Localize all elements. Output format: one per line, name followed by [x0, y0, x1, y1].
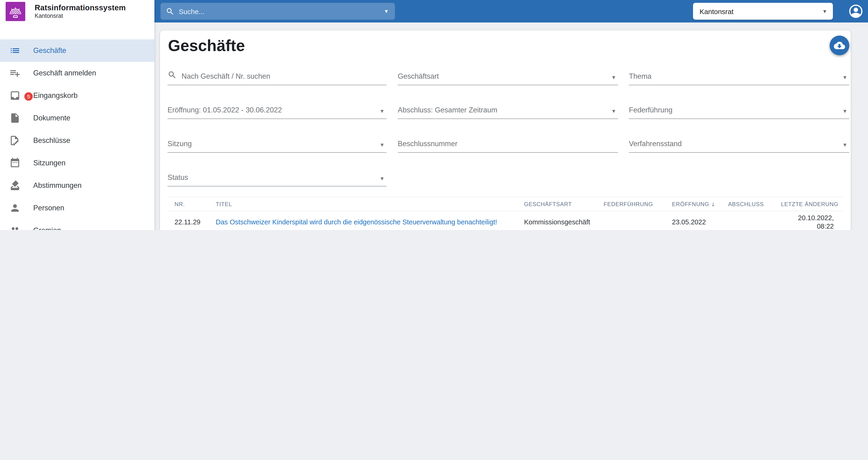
group-icon [9, 225, 21, 230]
vote-icon [9, 180, 21, 191]
inbox-count-badge: 5 [24, 92, 33, 101]
column-header-titel[interactable]: TITEL [216, 197, 524, 211]
filter-placeholder: Geschäftsart [398, 72, 439, 81]
filter-value: Eröffnung: 01.05.2022 - 30.06.2022 [167, 106, 282, 114]
filter-geschaeft-search-input[interactable]: Nach Geschäft / Nr. suchen [167, 65, 386, 85]
sidebar-item-label: Eingangskorb [33, 91, 78, 100]
dropdown-caret-icon: ▼ [379, 108, 384, 114]
filter-status-select[interactable]: Status ▼ [167, 166, 386, 186]
column-header-eroeffnung[interactable]: ERÖFFNUNG↓ [672, 197, 728, 211]
sidebar-item-geschaeft-anmelden[interactable]: Geschäft anmelden [0, 62, 154, 84]
sidebar-item-dokumente[interactable]: Dokumente [0, 107, 154, 129]
search-icon [167, 70, 177, 82]
sidebar-item-beschluesse[interactable]: Beschlüsse [0, 129, 154, 152]
sidebar-item-sitzungen[interactable]: Sitzungen [0, 152, 154, 174]
chevron-down-icon: ▼ [822, 8, 827, 14]
mandant-select[interactable]: Kantonsrat ▼ [693, 3, 833, 20]
app-subtitle: Kantonsrat [35, 13, 63, 19]
sidebar-item-label: Geschäft anmelden [33, 69, 96, 77]
parliament-logo-icon [6, 2, 25, 21]
filter-placeholder: Verfahrensstand [629, 140, 682, 148]
dropdown-caret-icon: ▼ [611, 108, 616, 114]
mandant-selected-value: Kantonsrat [700, 7, 734, 15]
column-header-nr[interactable]: NR. [167, 197, 216, 211]
sidebar-item-label: Geschäfte [33, 47, 66, 55]
page-title: Geschäfte [168, 35, 245, 56]
filter-beschlussnummer-input[interactable]: Beschlussnummer [398, 133, 618, 153]
cell-abschluss [728, 211, 781, 230]
search-icon [166, 7, 175, 16]
filter-placeholder: Beschlussnummer [398, 140, 457, 148]
sidebar-item-label: Dokumente [33, 114, 70, 122]
filter-thema-select[interactable]: Thema ▼ [629, 65, 849, 85]
filter-geschaeftsart-select[interactable]: Geschäftsart ▼ [398, 65, 618, 85]
filter-placeholder: Status [167, 173, 188, 182]
user-menu-button[interactable] [848, 3, 864, 19]
cell-geschaeftsart: Kommissionsgeschäft [524, 211, 603, 230]
dropdown-caret-icon: ▼ [842, 142, 847, 148]
sidebar-item-eingangskorb[interactable]: 5 Eingangskorb [0, 84, 154, 107]
playlist-add-icon [9, 67, 21, 79]
document-icon [9, 112, 21, 124]
dropdown-caret-icon: ▼ [379, 176, 384, 181]
column-header-federfuehrung[interactable]: FEDERFÜHRUNG [603, 197, 672, 211]
app-logo-row: Ratsinformationssystem Kantonsrat [0, 0, 154, 23]
global-search-input[interactable]: Suche... ▼ [160, 3, 395, 20]
cell-titel: Das Ostschweizer Kinderspital wird durch… [216, 211, 524, 230]
export-download-button[interactable] [830, 36, 849, 55]
global-search-placeholder: Suche... [179, 7, 205, 15]
filter-sitzung-select[interactable]: Sitzung ▼ [167, 133, 386, 153]
filter-placeholder: Nach Geschäft / Nr. suchen [182, 72, 270, 81]
dropdown-caret-icon: ▼ [842, 108, 847, 114]
cloud-download-icon [834, 40, 845, 51]
cell-letzte-aenderung: 20.10.2022, 08:22 [781, 211, 843, 230]
sidebar-item-label: Abstimmungen [33, 181, 82, 190]
dropdown-caret-icon: ▼ [611, 75, 616, 80]
cell-federfuehrung [603, 211, 672, 230]
sort-desc-arrow-icon: ↓ [711, 200, 715, 207]
filter-abschluss-select[interactable]: Abschluss: Gesamter Zeitraum ▼ [398, 99, 618, 119]
sidebar: Ratsinformationssystem Kantonsrat Geschä… [0, 0, 154, 230]
column-header-geschaeftsart[interactable]: GESCHÄFTSART [524, 197, 603, 211]
app-root: Suche... ▼ Kantonsrat ▼ [0, 0, 868, 230]
cell-eroeffnung: 23.05.2022 [672, 211, 728, 230]
geschaefte-table: NR. TITEL GESCHÄFTSART FEDERFÜHRUNG ERÖF… [167, 197, 843, 230]
filter-verfahrensstand-select[interactable]: Verfahrensstand ▼ [629, 133, 849, 153]
sidebar-item-label: Sitzungen [33, 159, 65, 167]
sidebar-item-label: Beschlüsse [33, 136, 70, 145]
list-icon [9, 45, 21, 56]
column-header-abschluss[interactable]: ABSCHLUSS [728, 197, 781, 211]
account-circle-icon [848, 3, 864, 19]
app-title: Ratsinformationssystem [35, 3, 126, 12]
sidebar-item-label: Personen [33, 204, 64, 212]
search-scope-caret-icon[interactable]: ▼ [384, 8, 389, 14]
sidebar-item-label: Gremien [33, 226, 61, 230]
sidebar-item-gremien[interactable]: Gremien [0, 219, 154, 230]
sidebar-nav: Geschäfte Geschäft anmelden 5 Eingangsko… [0, 39, 154, 230]
decision-edit-icon [9, 135, 21, 146]
cell-nr: 22.11.29 [167, 211, 216, 230]
table-row: 22.11.29 Das Ostschweizer Kinderspital w… [167, 211, 843, 230]
filter-value: Abschluss: Gesamter Zeitraum [398, 106, 497, 114]
filter-eroeffnung-select[interactable]: Eröffnung: 01.05.2022 - 30.06.2022 ▼ [167, 99, 386, 119]
inbox-icon: 5 [9, 90, 21, 101]
filter-placeholder: Sitzung [167, 140, 192, 148]
dropdown-caret-icon: ▼ [842, 75, 847, 80]
filter-placeholder: Thema [629, 72, 652, 81]
person-icon [9, 202, 21, 213]
dropdown-caret-icon: ▼ [379, 142, 384, 148]
calendar-icon [9, 157, 21, 169]
geschaeft-link[interactable]: Das Ostschweizer Kinderspital wird durch… [216, 218, 497, 226]
sidebar-item-geschaefte[interactable]: Geschäfte [0, 39, 154, 62]
table-header-row: NR. TITEL GESCHÄFTSART FEDERFÜHRUNG ERÖF… [167, 197, 843, 211]
sidebar-item-personen[interactable]: Personen [0, 197, 154, 219]
column-header-letzte-aenderung[interactable]: LETZTE ÄNDERUNG [781, 197, 843, 211]
sidebar-item-abstimmungen[interactable]: Abstimmungen [0, 174, 154, 197]
filter-placeholder: Federführung [629, 106, 673, 114]
filter-federfuehrung-select[interactable]: Federführung ▼ [629, 99, 849, 119]
content-card: Geschäfte Nach Geschäft / Nr. suchen Ges… [160, 30, 851, 230]
